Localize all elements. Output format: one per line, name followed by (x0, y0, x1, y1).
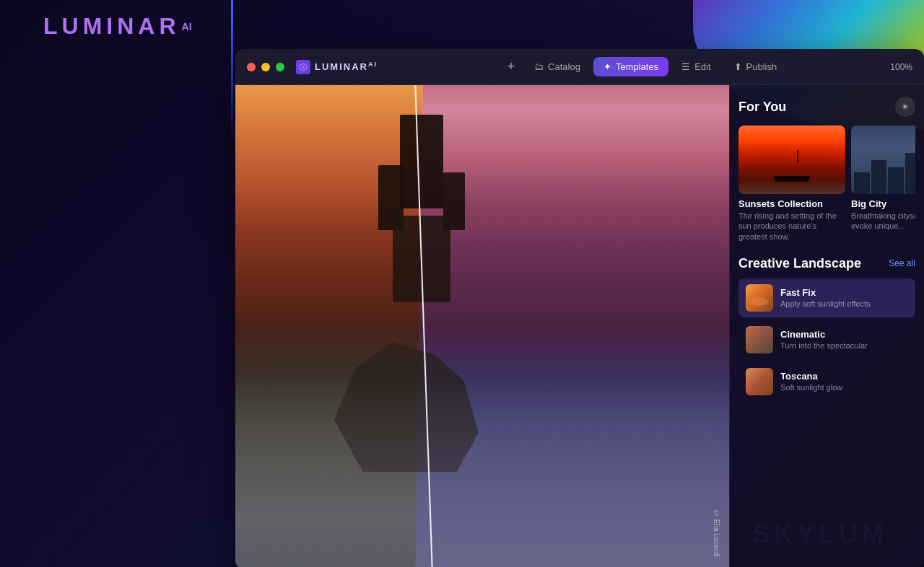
for-you-header: For You ✴ (738, 97, 915, 117)
content-area: © Elia Locardi For You ✴ (235, 85, 924, 567)
close-button[interactable] (247, 63, 256, 71)
building-1 (854, 172, 870, 194)
templates-icon: ✦ (603, 61, 611, 72)
photo-credit: © Elia Locardi (712, 509, 720, 557)
svg-point-1 (302, 66, 305, 69)
fastfix-info: Fast Fix Apply soft sunlight effects (780, 287, 908, 308)
toscana-desc: Soft sunlight glow (780, 383, 908, 392)
building-2 (871, 160, 887, 194)
see-all-link[interactable]: See all (889, 258, 915, 268)
card-bigcity[interactable]: ☆ Big City Breathtaking cityscapes that … (851, 126, 915, 242)
list-item-toscana[interactable]: Toscana Soft sunlight glow (738, 362, 915, 401)
titlebar-nav: + 🗂 Catalog ✦ Templates ☰ Edit ⬆ Publish (398, 57, 890, 77)
city-buildings (851, 146, 915, 195)
tab-publish[interactable]: ⬆ Publish (724, 57, 788, 76)
logo-area: LUMINARAI (43, 13, 192, 40)
cinematic-thumb (746, 326, 773, 353)
list-item-cinematic[interactable]: Cinematic Turn into the spectacular (738, 320, 915, 359)
zoom-level: 100% (890, 62, 912, 72)
card-bigcity-name: Big City (851, 198, 915, 209)
catalog-icon: 🗂 (534, 61, 544, 72)
list-item-fastfix[interactable]: Fast Fix Apply soft sunlight effects (738, 278, 915, 317)
cinematic-desc: Turn into the spectacular (780, 341, 908, 350)
cinematic-info: Cinematic Turn into the spectacular (780, 329, 908, 350)
fastfix-thumb (746, 284, 773, 312)
for-you-title: For You (738, 100, 786, 115)
tab-catalog[interactable]: 🗂 Catalog (524, 57, 590, 76)
app-icon-area: LUMINARAI (296, 60, 378, 74)
add-tab-button[interactable]: + (501, 57, 521, 77)
boat-silhouette (770, 163, 814, 174)
edit-icon: ☰ (681, 61, 690, 72)
creative-landscape-title: Creative Landscape (738, 256, 861, 271)
card-thumb-sunsets (738, 126, 845, 194)
cinematic-name: Cinematic (780, 329, 908, 340)
fastfix-name: Fast Fix (780, 287, 908, 298)
svg-point-3 (751, 297, 768, 306)
castle-main-tower (400, 115, 443, 208)
app-name: LUMINARAI (315, 61, 378, 72)
building-4 (905, 153, 915, 194)
boat-body (774, 176, 810, 182)
for-you-cards[interactable]: Sunsets Collection The rising and settin… (738, 126, 915, 245)
mist-effect (235, 375, 729, 567)
boat-mast (797, 150, 798, 163)
fastfix-desc: Apply soft sunlight effects (780, 299, 908, 308)
card-sunsets-desc: The rising and setting of the sun produc… (738, 211, 845, 242)
left-accent (231, 0, 233, 144)
card-sunsets[interactable]: Sunsets Collection The rising and settin… (738, 126, 845, 242)
card-sunsets-name: Sunsets Collection (738, 198, 845, 209)
toscana-info: Toscana Soft sunlight glow (780, 371, 908, 392)
water-reflection (738, 170, 845, 194)
card-bigcity-desc: Breathtaking cityscapes that evoke uniqu… (851, 211, 915, 232)
maximize-button[interactable] (276, 63, 284, 71)
creative-landscape-header: Creative Landscape See all (738, 256, 915, 271)
titlebar: LUMINARAI + 🗂 Catalog ✦ Templates ☰ Edit… (235, 49, 924, 85)
publish-icon: ⬆ (734, 61, 742, 72)
logo-text: LUMINAR (43, 13, 180, 40)
toscana-name: Toscana (780, 371, 908, 382)
toscana-thumb (746, 368, 773, 395)
main-window: LUMINARAI + 🗂 Catalog ✦ Templates ☰ Edit… (235, 49, 924, 567)
logo-ai: AI (182, 21, 192, 32)
app-icon (296, 60, 310, 74)
tab-templates[interactable]: ✦ Templates (593, 57, 668, 76)
traffic-lights (247, 63, 284, 71)
tab-edit[interactable]: ☰ Edit (671, 57, 720, 76)
minimize-button[interactable] (261, 63, 270, 71)
magic-wand-icon[interactable]: ✴ (895, 97, 915, 117)
card-thumb-bigcity (851, 126, 915, 194)
photo-canvas[interactable]: © Elia Locardi (235, 85, 729, 567)
right-panel: For You ✴ Sunsets Collection The rising … (729, 85, 924, 567)
building-3 (888, 167, 904, 194)
